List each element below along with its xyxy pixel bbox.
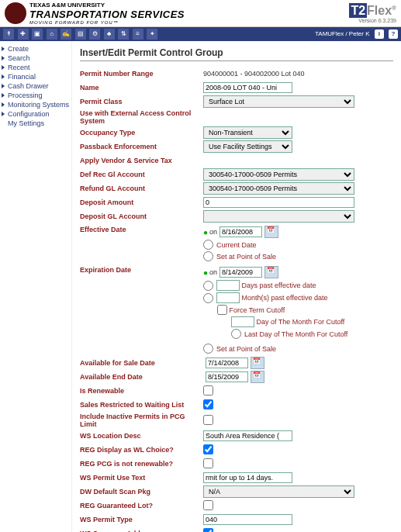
opt-exp-months: Month(s) past effective date <box>242 294 328 302</box>
sidebar-item-recent[interactable]: Recent <box>2 63 70 72</box>
user-info: TAMUFlex / Peter K <box>315 30 370 37</box>
input-avail-end[interactable] <box>206 371 248 382</box>
input-ws-permit-use[interactable] <box>203 472 292 483</box>
tb-icon-5[interactable]: ✍ <box>60 29 71 40</box>
tb-icon-3[interactable]: ▣ <box>32 29 43 40</box>
calendar-icon[interactable] <box>264 266 278 278</box>
lbl-refund-gl: Refund GL Account <box>80 185 203 192</box>
lbl-effective-date: Effective Date <box>80 224 203 233</box>
tb-icon-4[interactable]: ⌂ <box>47 29 57 40</box>
university-seal <box>5 2 26 24</box>
lbl-include-inactive: Include Inactive Permits in PCG Limit <box>80 413 203 428</box>
select-passback[interactable]: Use Facility Settings <box>203 140 292 153</box>
opt-exp-on[interactable]: on <box>209 268 217 276</box>
tb-icon-9[interactable]: ⇅ <box>118 29 129 40</box>
select-def-rec-gl[interactable]: 300540-17000-0509 Permits <box>203 168 354 181</box>
sidebar-item-configuration[interactable]: Configuration <box>2 109 70 119</box>
tb-icon-11[interactable]: ✦ <box>147 29 157 40</box>
chk-renewable[interactable] <box>203 385 213 396</box>
product-logo: T2Flex® <box>349 4 396 17</box>
select-refund-gl[interactable]: 300540-17000-0509 Permits <box>203 182 354 195</box>
chk-ws-suppress[interactable] <box>203 528 213 533</box>
radio-exp-months[interactable] <box>203 293 213 303</box>
sidebar-item-search[interactable]: Search <box>2 54 70 63</box>
calendar-icon[interactable] <box>251 371 264 383</box>
select-dw-scan[interactable]: N/A <box>203 485 354 498</box>
tb-icon-10[interactable]: ≡ <box>133 29 143 40</box>
input-avail-sale[interactable] <box>206 358 248 368</box>
input-days-past[interactable] <box>216 280 240 291</box>
lbl-ws-permit-type: WS Permit Type <box>80 516 203 523</box>
radio-eff-pos[interactable] <box>203 251 213 261</box>
sidebar-item-financial[interactable]: Financial <box>2 72 70 81</box>
lbl-use-ext-acs: Use with External Access Control System <box>80 109 203 125</box>
input-effective-date[interactable] <box>220 226 262 237</box>
radio-eff-current[interactable] <box>203 240 213 250</box>
chk-reg-nonrenew[interactable] <box>203 458 213 468</box>
lbl-passback: Passback Enforcement <box>80 143 203 150</box>
input-expiration-date[interactable] <box>220 267 262 278</box>
version-label: Version 6.3.239 <box>349 18 396 23</box>
tagline: MOVING FORWARD FOR YOU™ <box>29 20 185 25</box>
service-name: TRANSPORTATION SERVICES <box>29 9 185 20</box>
tb-icon-1[interactable]: ↟ <box>3 29 14 40</box>
opt-force-term: Force Term Cutoff <box>230 306 285 314</box>
lbl-reg-nonrenew: REG PCG is not renewable? <box>80 460 203 468</box>
input-name[interactable] <box>203 82 292 93</box>
calendar-icon[interactable] <box>264 226 278 238</box>
lbl-deposit-gl: Deposit GL Account <box>80 212 203 220</box>
radio-exp-pos[interactable] <box>203 344 213 354</box>
lbl-permit-number-range: Permit Number Range <box>80 70 203 78</box>
tb-icon-8[interactable]: ♣ <box>104 29 115 40</box>
lbl-vendor-tax: Apply Vendor & Service Tax <box>80 157 203 164</box>
page-title: Insert/Edit Permit Control Group <box>80 47 393 61</box>
input-force-day[interactable] <box>231 316 254 327</box>
sidebar-item-my-settings[interactable]: My Settings <box>2 119 70 128</box>
select-occupancy[interactable]: Non-Transient <box>203 126 292 139</box>
sidebar: Create Search Recent Financial Cash Draw… <box>0 41 72 532</box>
chk-force-term[interactable] <box>217 305 227 315</box>
lbl-name: Name <box>80 84 203 92</box>
opt-force-day: Day of The Month For Cutoff <box>257 318 345 326</box>
lbl-occupancy: Occupancy Type <box>80 129 203 136</box>
input-ws-loc[interactable] <box>203 430 292 441</box>
lbl-sales-wait: Sales Restricted to Waiting List <box>80 401 203 409</box>
opt-eff-on[interactable]: on <box>209 228 217 236</box>
sidebar-item-create[interactable]: Create <box>2 44 70 54</box>
lbl-def-rec-gl: Def Rec Gl Account <box>80 171 203 178</box>
tb-icon-6[interactable]: ▤ <box>75 29 86 40</box>
chk-include-inactive[interactable] <box>203 415 213 425</box>
input-ws-permit-type[interactable] <box>203 514 292 525</box>
opt-eff-pos: Set at Point of Sale <box>216 253 276 261</box>
tb-icon-2[interactable]: ✚ <box>18 29 29 40</box>
chk-sales-wait[interactable] <box>203 399 213 409</box>
sidebar-item-processing[interactable]: Processing <box>2 91 70 100</box>
opt-exp-days: Days past effective date <box>242 282 316 289</box>
active-indicator-icon: ● <box>203 268 208 277</box>
sidebar-item-cash-drawer[interactable]: Cash Drawer <box>2 81 70 91</box>
lbl-reg-guaranteed: REG Guaranteed Lot? <box>80 502 203 510</box>
calendar-icon[interactable] <box>251 357 264 369</box>
select-deposit-gl[interactable] <box>203 210 354 223</box>
lbl-renewable: Is Renewable <box>80 387 203 395</box>
lbl-expiration-date: Expiration Date <box>80 264 203 274</box>
university-name: TEXAS A&M UNIVERSITY <box>29 2 185 9</box>
opt-force-last: Last Day of The Month For Cutoff <box>244 330 347 338</box>
radio-force-last[interactable] <box>231 329 241 339</box>
toolbar-icons: ↟ ✚ ▣ ⌂ ✍ ▤ ⚙ ♣ ⇅ ≡ ✦ <box>3 29 159 40</box>
input-deposit-amt[interactable] <box>203 197 354 208</box>
opt-eff-current: Current Date <box>216 241 257 249</box>
chk-reg-guaranteed[interactable] <box>203 500 213 510</box>
lbl-dw-scan: DW Default Scan Pkg <box>80 488 203 496</box>
info-icon[interactable]: i <box>375 29 384 39</box>
tb-icon-7[interactable]: ⚙ <box>89 29 100 40</box>
chk-reg-display[interactable] <box>203 444 213 454</box>
radio-exp-days[interactable] <box>203 281 213 291</box>
sidebar-item-monitoring[interactable]: Monitoring Systems <box>2 100 70 109</box>
input-months-past[interactable] <box>216 292 240 303</box>
select-permit-class[interactable]: Surface Lot <box>203 95 354 108</box>
lbl-ws-loc: WS Location Desc <box>80 432 203 440</box>
help-icon[interactable]: ? <box>389 29 398 39</box>
lbl-ws-permit-use: WS Permit Use Text <box>80 474 203 482</box>
lbl-avail-end: Available End Date <box>80 373 203 381</box>
